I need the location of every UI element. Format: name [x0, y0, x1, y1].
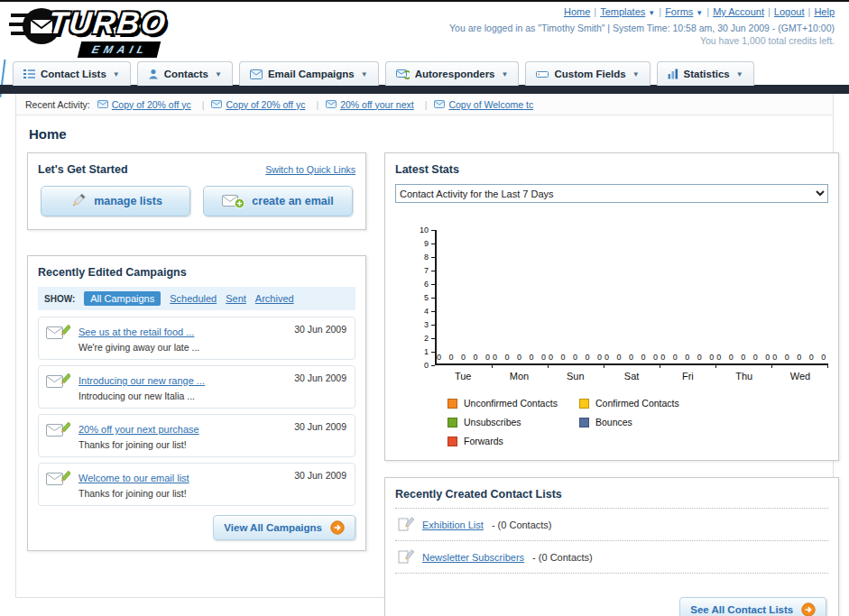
filter-tab-archived[interactable]: Archived — [255, 293, 294, 304]
campaign-date: 30 Jun 2009 — [294, 324, 346, 335]
pencil-icon — [69, 192, 87, 210]
chart-x-label: Sat — [604, 371, 660, 382]
tab-custom-fields[interactable]: Custom Fields ▼ — [525, 61, 650, 86]
campaign-date: 30 Jun 2009 — [294, 470, 346, 481]
logo-title: TURBO — [47, 5, 169, 41]
recent-activity-link[interactable]: Copy of 20% off yc — [112, 99, 191, 110]
campaign-date: 30 Jun 2009 — [294, 372, 346, 383]
arrow-right-icon — [801, 602, 816, 616]
view-all-campaigns-label: View All Campaigns — [224, 522, 322, 533]
contact-list-link[interactable]: Newsletter Subscribers — [422, 552, 524, 563]
tab-label: Statistics — [684, 69, 730, 79]
top-nav-forms[interactable]: Forms — [665, 6, 693, 17]
tab-email-campaigns[interactable]: Email Campaigns ▼ — [239, 61, 379, 86]
header-right: Home|Templates ▼|Forms ▼|My Account|Logo… — [449, 6, 835, 46]
edit-list-icon — [397, 548, 414, 565]
chart-column: 0 0 0 0 0 — [549, 230, 604, 363]
campaign-item[interactable]: Introducing our new range ... Introducin… — [38, 365, 355, 409]
chart-legend: Unconfirmed ContactsConfirmed ContactsUn… — [448, 398, 828, 446]
contact-list-count: - (0 Contacts) — [492, 519, 552, 530]
recent-activity-link[interactable]: Copy of 20% off yc — [226, 99, 305, 110]
legend-swatch — [448, 437, 457, 446]
view-all-campaigns-button[interactable]: View All Campaigns — [213, 515, 355, 540]
chevron-down-icon: ▼ — [736, 70, 743, 78]
latest-stats-panel: Latest Stats Contact Activity for the La… — [384, 152, 839, 461]
chevron-down-icon: ▼ — [113, 70, 120, 78]
latest-stats-title: Latest Stats — [395, 163, 828, 176]
recent-activity-link[interactable]: Copy of Welcome tc — [448, 99, 533, 110]
see-all-contact-lists-button[interactable]: See All Contact Lists — [679, 597, 826, 616]
recent-activity-link[interactable]: 20% off your next — [340, 99, 414, 110]
see-all-contact-lists-label: See All Contact Lists — [690, 604, 793, 615]
campaigns-title: Recently Edited Campaigns — [38, 266, 355, 279]
chevron-down-icon: ▼ — [361, 70, 368, 78]
top-nav-templates[interactable]: Templates — [600, 6, 645, 17]
chart-x-label: Tue — [435, 371, 491, 382]
contacts-icon — [148, 69, 159, 79]
legend-item: Forwards — [448, 436, 579, 446]
separator: | — [768, 6, 771, 17]
separator: | — [659, 6, 661, 17]
stats-filter-select[interactable]: Contact Activity for the Last 7 Days — [395, 184, 828, 203]
campaign-subtitle: We're giving away our late ... — [78, 342, 199, 353]
campaign-edit-icon — [46, 372, 70, 391]
top-nav-logout[interactable]: Logout — [774, 6, 805, 17]
tab-contact-lists[interactable]: Contact Lists ▼ — [13, 61, 131, 86]
separator: | — [594, 6, 596, 17]
legend-swatch — [448, 418, 457, 428]
legend-item: Confirmed Contacts — [579, 398, 711, 409]
campaign-item[interactable]: Welcome to our email list Thanks for joi… — [38, 463, 355, 506]
chevron-down-icon: ▼ — [696, 9, 703, 17]
chevron-down-icon: ▼ — [648, 9, 655, 17]
arrow-right-icon — [330, 520, 345, 535]
campaign-title-link[interactable]: Introducing our new range ... — [78, 375, 205, 386]
top-nav: Home|Templates ▼|Forms ▼|My Account|Logo… — [449, 6, 835, 17]
autoresponders-icon — [396, 69, 410, 79]
legend-item: Bounces — [579, 417, 711, 428]
logo-text: TURBO EMAIL — [49, 5, 167, 58]
contact-list-item[interactable]: Exhibition List - (0 Contacts) — [395, 508, 828, 540]
email-campaigns-icon — [250, 69, 263, 79]
main-nav: Contact Lists ▼ Contacts ▼ Email Campaig… — [0, 60, 849, 94]
campaign-title-link[interactable]: 20% off your next purchase — [78, 424, 199, 435]
app-logo[interactable]: TURBO EMAIL — [9, 5, 167, 58]
envelope-icon — [97, 100, 108, 108]
filter-tab-sent[interactable]: Sent — [226, 293, 246, 304]
chart-column: 0 0 0 0 0 — [660, 230, 716, 363]
tab-contacts[interactable]: Contacts ▼ — [137, 61, 233, 86]
chart-x-label: Wed — [772, 371, 828, 382]
create-email-button[interactable]: create an email — [203, 186, 353, 216]
contact-list-item[interactable]: Newsletter Subscribers - (0 Contacts) — [395, 540, 828, 574]
tab-label: Contacts — [164, 69, 208, 79]
recent-contact-lists-panel: Recently Created Contact Lists Exhibitio… — [384, 477, 839, 616]
legend-item: Unsubscribes — [448, 417, 579, 428]
contact-list-link[interactable]: Exhibition List — [422, 519, 484, 530]
campaign-subtitle: Introducing our new Italia ... — [78, 391, 205, 401]
show-label: SHOW: — [44, 294, 75, 304]
filter-tab-scheduled[interactable]: Scheduled — [170, 293, 217, 304]
chart-x-label: Thu — [716, 371, 772, 382]
envelope-icon — [434, 100, 445, 108]
create-email-label: create an email — [252, 195, 333, 207]
logo-subtitle: EMAIL — [78, 41, 161, 58]
legend-swatch — [579, 399, 589, 409]
top-nav-home[interactable]: Home — [564, 6, 590, 17]
campaign-title-link[interactable]: Welcome to our email list — [78, 473, 189, 483]
filter-tab-all-campaigns[interactable]: All Campaigns — [84, 291, 161, 306]
campaign-title-link[interactable]: See us at the retail food ... — [78, 326, 194, 337]
campaigns-filter-bar: SHOW: All Campaigns Scheduled Sent Archi… — [38, 287, 355, 310]
envelope-icon — [211, 100, 222, 108]
top-nav-help[interactable]: Help — [814, 6, 835, 17]
tab-statistics[interactable]: Statistics ▼ — [657, 61, 754, 86]
legend-swatch — [579, 418, 589, 428]
chevron-down-icon: ▼ — [632, 70, 640, 78]
manage-lists-button[interactable]: manage lists — [41, 186, 190, 216]
campaign-item[interactable]: See us at the retail food ... We're givi… — [38, 317, 355, 360]
switch-quick-links-link[interactable]: Switch to Quick Links — [265, 164, 355, 175]
page: TURBO EMAIL Home|Templates ▼|Forms ▼|My … — [0, 0, 849, 616]
tab-autoresponders[interactable]: Autoresponders ▼ — [385, 61, 520, 86]
top-nav-my-account[interactable]: My Account — [713, 6, 764, 17]
campaign-list: See us at the retail food ... We're givi… — [38, 317, 355, 506]
campaign-edit-icon — [46, 469, 70, 488]
campaign-item[interactable]: 20% off your next purchase Thanks for jo… — [38, 414, 355, 457]
